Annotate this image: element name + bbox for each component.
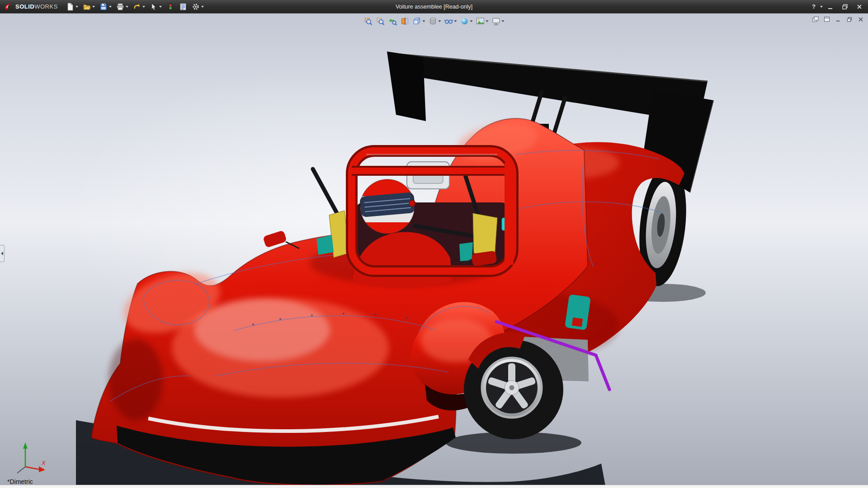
- doc-close-icon: [858, 17, 863, 22]
- document-window-controls: [811, 15, 865, 23]
- edit-appearance-caret[interactable]: [470, 20, 473, 22]
- minimize-button[interactable]: [824, 2, 837, 12]
- solidworks-logo-icon: [4, 2, 13, 11]
- zoom-to-area-button[interactable]: [375, 16, 386, 27]
- doc-minimize-button[interactable]: [834, 15, 843, 23]
- maximize-button[interactable]: [838, 2, 852, 12]
- status-bar: [0, 485, 868, 488]
- view-orientation-button[interactable]: [412, 16, 426, 27]
- chevron-left-icon: [1, 252, 3, 255]
- reference-triad: X: [4, 437, 49, 480]
- view-settings-caret[interactable]: [502, 20, 505, 22]
- apply-scene-button[interactable]: [475, 16, 490, 27]
- cascade-windows-icon: [812, 16, 819, 23]
- rebuild-button[interactable]: [165, 1, 176, 12]
- open-button[interactable]: [81, 1, 97, 12]
- doc-restore-button[interactable]: [845, 15, 854, 23]
- triad-x-axis: [39, 466, 45, 472]
- hide-show-items-button[interactable]: [443, 16, 458, 27]
- teal-panel-right: [459, 242, 473, 261]
- options-gear-icon: [192, 3, 200, 11]
- new-document-icon: [66, 3, 74, 11]
- view-settings-button[interactable]: [491, 16, 505, 27]
- save-button[interactable]: [98, 1, 113, 12]
- file-properties-icon: [179, 3, 187, 11]
- brand-works: WORKS: [34, 3, 58, 10]
- new-document-button[interactable]: [64, 1, 80, 12]
- print-button[interactable]: [114, 1, 130, 12]
- hide-show-items-caret[interactable]: [454, 20, 457, 22]
- window-button[interactable]: [822, 15, 831, 23]
- graphics-viewport[interactable]: X *Dimetric: [0, 14, 868, 488]
- new-document-caret[interactable]: [75, 6, 78, 8]
- save-icon: [99, 3, 108, 11]
- section-view-icon: [401, 17, 410, 26]
- display-style-icon: [429, 17, 438, 26]
- headsup-view-toolbar: [360, 15, 508, 28]
- rebuild-traffic-light-icon: [166, 3, 175, 11]
- brand-solid: SOLID: [15, 3, 34, 10]
- doc-close-button[interactable]: [856, 15, 865, 23]
- minimize-icon: [828, 4, 833, 9]
- section-view-button[interactable]: [400, 16, 410, 27]
- select-caret[interactable]: [159, 6, 162, 8]
- open-caret[interactable]: [92, 6, 95, 8]
- zoom-to-area-icon: [376, 17, 385, 26]
- window-title: Voiture assemblee [Read-only]: [396, 0, 472, 14]
- select-cursor-icon: [150, 3, 158, 11]
- apply-scene-caret[interactable]: [486, 20, 489, 22]
- previous-view-icon: [388, 17, 397, 26]
- main-toolbar: [64, 0, 206, 13]
- select-button[interactable]: [148, 1, 164, 12]
- print-caret[interactable]: [126, 6, 128, 8]
- taskpane-collapse-tab[interactable]: [0, 245, 5, 262]
- apply-scene-icon: [476, 17, 485, 26]
- close-icon: [857, 4, 862, 9]
- triad-y-axis: [23, 442, 28, 449]
- view-settings-icon: [492, 17, 501, 26]
- cascade-windows-button[interactable]: [811, 15, 820, 23]
- doc-restore-icon: [847, 17, 852, 22]
- close-button[interactable]: [853, 2, 866, 12]
- file-properties-button[interactable]: [177, 1, 189, 12]
- yellow-panel-right: [473, 213, 497, 258]
- window-icon: [824, 16, 830, 22]
- edit-appearance-icon: [460, 17, 469, 26]
- zoom-to-fit-icon: [364, 17, 373, 26]
- save-caret[interactable]: [109, 6, 112, 8]
- car-model[interactable]: [0, 14, 868, 488]
- help-button[interactable]: ?: [808, 2, 819, 12]
- left-mirror[interactable]: [263, 230, 299, 249]
- display-style-button[interactable]: [428, 16, 442, 27]
- window-controls: ?: [808, 0, 868, 13]
- open-folder-icon: [83, 3, 91, 11]
- options-button[interactable]: [190, 1, 206, 12]
- view-orientation-caret[interactable]: [423, 20, 425, 22]
- title-bar[interactable]: SOLIDWORKS: [0, 0, 868, 14]
- solidworks-window: SOLIDWORKS: [0, 0, 868, 488]
- help-glyph: ?: [812, 3, 816, 10]
- display-style-caret[interactable]: [439, 20, 441, 22]
- brand-text: SOLIDWORKS: [15, 3, 58, 10]
- doc-minimize-icon: [835, 17, 841, 22]
- restore-icon: [842, 4, 848, 9]
- view-orientation-cube-icon: [413, 17, 422, 26]
- edit-appearance-button[interactable]: [459, 16, 474, 27]
- undo-icon: [133, 3, 141, 11]
- hide-show-items-icon: [444, 17, 453, 26]
- undo-caret[interactable]: [142, 6, 145, 8]
- print-icon: [116, 3, 124, 11]
- options-caret[interactable]: [201, 6, 204, 8]
- help-caret[interactable]: [820, 6, 823, 8]
- triad-x-label: X: [41, 460, 46, 466]
- view-orientation-label: *Dimetric: [7, 478, 33, 485]
- solidworks-brand: SOLIDWORKS: [0, 0, 64, 13]
- previous-view-button[interactable]: [387, 16, 398, 27]
- zoom-to-fit-button[interactable]: [363, 16, 374, 27]
- undo-button[interactable]: [131, 1, 147, 12]
